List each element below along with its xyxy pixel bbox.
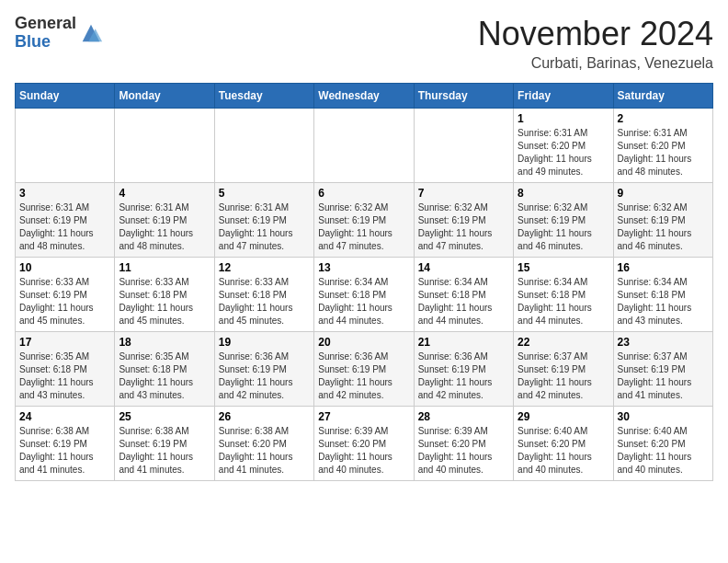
- day-info: Sunrise: 6:39 AM Sunset: 6:20 PM Dayligh…: [418, 425, 509, 477]
- day-info: Sunrise: 6:34 AM Sunset: 6:18 PM Dayligh…: [318, 276, 409, 327]
- day-info: Sunrise: 6:40 AM Sunset: 6:20 PM Dayligh…: [518, 425, 609, 477]
- day-info: Sunrise: 6:33 AM Sunset: 6:18 PM Dayligh…: [119, 276, 210, 327]
- weekday-header-row: SundayMondayTuesdayWednesdayThursdayFrid…: [16, 84, 713, 109]
- day-info: Sunrise: 6:31 AM Sunset: 6:20 PM Dayligh…: [618, 127, 709, 178]
- day-number: 8: [518, 187, 609, 200]
- calendar-cell: 3Sunrise: 6:31 AM Sunset: 6:19 PM Daylig…: [16, 183, 115, 258]
- day-number: 30: [618, 410, 709, 423]
- calendar-cell: 14Sunrise: 6:34 AM Sunset: 6:18 PM Dayli…: [414, 258, 513, 332]
- calendar-cell: 16Sunrise: 6:34 AM Sunset: 6:18 PM Dayli…: [613, 258, 712, 332]
- day-number: 5: [219, 187, 310, 200]
- day-info: Sunrise: 6:32 AM Sunset: 6:19 PM Dayligh…: [618, 201, 709, 253]
- day-number: 15: [518, 261, 609, 274]
- weekday-header-cell: Friday: [514, 84, 613, 109]
- calendar-cell: 11Sunrise: 6:33 AM Sunset: 6:18 PM Dayli…: [115, 258, 214, 332]
- day-info: Sunrise: 6:40 AM Sunset: 6:20 PM Dayligh…: [618, 425, 709, 477]
- calendar-cell: 29Sunrise: 6:40 AM Sunset: 6:20 PM Dayli…: [514, 407, 613, 481]
- day-info: Sunrise: 6:32 AM Sunset: 6:19 PM Dayligh…: [418, 201, 509, 253]
- calendar-cell: [314, 109, 414, 183]
- day-number: 24: [19, 410, 110, 423]
- calendar-cell: 17Sunrise: 6:35 AM Sunset: 6:18 PM Dayli…: [16, 332, 115, 407]
- day-number: 7: [418, 187, 509, 200]
- day-number: 2: [618, 112, 709, 125]
- day-number: 17: [19, 336, 110, 349]
- calendar-cell: 27Sunrise: 6:39 AM Sunset: 6:20 PM Dayli…: [314, 407, 414, 481]
- calendar-cell: 8Sunrise: 6:32 AM Sunset: 6:19 PM Daylig…: [514, 183, 613, 258]
- day-info: Sunrise: 6:39 AM Sunset: 6:20 PM Dayligh…: [318, 425, 409, 477]
- calendar-week-row: 17Sunrise: 6:35 AM Sunset: 6:18 PM Dayli…: [16, 332, 713, 407]
- calendar-week-row: 24Sunrise: 6:38 AM Sunset: 6:19 PM Dayli…: [16, 407, 713, 481]
- day-info: Sunrise: 6:35 AM Sunset: 6:18 PM Dayligh…: [19, 350, 110, 402]
- calendar-week-row: 1Sunrise: 6:31 AM Sunset: 6:20 PM Daylig…: [16, 109, 713, 183]
- day-info: Sunrise: 6:33 AM Sunset: 6:19 PM Dayligh…: [19, 276, 110, 327]
- calendar-cell: 12Sunrise: 6:33 AM Sunset: 6:18 PM Dayli…: [214, 258, 313, 332]
- weekday-header-cell: Monday: [115, 84, 214, 109]
- day-number: 9: [618, 187, 709, 200]
- weekday-header-cell: Wednesday: [314, 84, 414, 109]
- day-number: 12: [219, 261, 310, 274]
- day-info: Sunrise: 6:31 AM Sunset: 6:19 PM Dayligh…: [119, 201, 210, 253]
- calendar-cell: 28Sunrise: 6:39 AM Sunset: 6:20 PM Dayli…: [414, 407, 513, 481]
- weekday-header-cell: Saturday: [613, 84, 712, 109]
- calendar-cell: 26Sunrise: 6:38 AM Sunset: 6:20 PM Dayli…: [214, 407, 313, 481]
- calendar-cell: 10Sunrise: 6:33 AM Sunset: 6:19 PM Dayli…: [16, 258, 115, 332]
- logo-blue-text: Blue: [15, 32, 51, 51]
- calendar-table: SundayMondayTuesdayWednesdayThursdayFrid…: [15, 83, 713, 481]
- calendar-cell: 30Sunrise: 6:40 AM Sunset: 6:20 PM Dayli…: [613, 407, 712, 481]
- day-info: Sunrise: 6:38 AM Sunset: 6:19 PM Dayligh…: [119, 425, 210, 477]
- calendar-cell: 6Sunrise: 6:32 AM Sunset: 6:19 PM Daylig…: [314, 183, 414, 258]
- calendar-cell: 4Sunrise: 6:31 AM Sunset: 6:19 PM Daylig…: [115, 183, 214, 258]
- calendar-cell: [414, 109, 513, 183]
- day-info: Sunrise: 6:34 AM Sunset: 6:18 PM Dayligh…: [618, 276, 709, 327]
- day-number: 16: [618, 261, 709, 274]
- day-number: 6: [318, 187, 409, 200]
- logo-general-text: General: [15, 14, 76, 32]
- calendar-cell: 5Sunrise: 6:31 AM Sunset: 6:19 PM Daylig…: [214, 183, 313, 258]
- header: General Blue November 2024 Curbati, Bari…: [15, 15, 713, 72]
- calendar-cell: 15Sunrise: 6:34 AM Sunset: 6:18 PM Dayli…: [514, 258, 613, 332]
- day-info: Sunrise: 6:34 AM Sunset: 6:18 PM Dayligh…: [418, 276, 509, 327]
- day-number: 18: [119, 336, 210, 349]
- day-number: 25: [119, 410, 210, 423]
- calendar-cell: 24Sunrise: 6:38 AM Sunset: 6:19 PM Dayli…: [16, 407, 115, 481]
- calendar-cell: 1Sunrise: 6:31 AM Sunset: 6:20 PM Daylig…: [514, 109, 613, 183]
- calendar-cell: 18Sunrise: 6:35 AM Sunset: 6:18 PM Dayli…: [115, 332, 214, 407]
- logo-icon: [78, 20, 104, 46]
- calendar-cell: [115, 109, 214, 183]
- day-info: Sunrise: 6:36 AM Sunset: 6:19 PM Dayligh…: [418, 350, 509, 402]
- day-number: 10: [19, 261, 110, 274]
- day-info: Sunrise: 6:31 AM Sunset: 6:19 PM Dayligh…: [219, 201, 310, 253]
- day-number: 21: [418, 336, 509, 349]
- weekday-header-cell: Tuesday: [214, 84, 313, 109]
- calendar-cell: 22Sunrise: 6:37 AM Sunset: 6:19 PM Dayli…: [514, 332, 613, 407]
- day-info: Sunrise: 6:32 AM Sunset: 6:19 PM Dayligh…: [318, 201, 409, 253]
- calendar-cell: [16, 109, 115, 183]
- calendar-cell: 13Sunrise: 6:34 AM Sunset: 6:18 PM Dayli…: [314, 258, 414, 332]
- day-number: 23: [618, 336, 709, 349]
- month-title: November 2024: [478, 15, 713, 53]
- calendar-cell: 25Sunrise: 6:38 AM Sunset: 6:19 PM Dayli…: [115, 407, 214, 481]
- day-number: 28: [418, 410, 509, 423]
- day-number: 29: [518, 410, 609, 423]
- day-number: 3: [19, 187, 110, 200]
- calendar-cell: [214, 109, 313, 183]
- day-info: Sunrise: 6:31 AM Sunset: 6:20 PM Dayligh…: [518, 127, 609, 178]
- day-info: Sunrise: 6:38 AM Sunset: 6:19 PM Dayligh…: [19, 425, 110, 477]
- day-info: Sunrise: 6:33 AM Sunset: 6:18 PM Dayligh…: [219, 276, 310, 327]
- day-number: 19: [219, 336, 310, 349]
- day-number: 27: [318, 410, 409, 423]
- logo: General Blue: [15, 15, 104, 52]
- calendar-cell: 23Sunrise: 6:37 AM Sunset: 6:19 PM Dayli…: [613, 332, 712, 407]
- day-number: 20: [318, 336, 409, 349]
- calendar-cell: 21Sunrise: 6:36 AM Sunset: 6:19 PM Dayli…: [414, 332, 513, 407]
- calendar-body: 1Sunrise: 6:31 AM Sunset: 6:20 PM Daylig…: [16, 109, 713, 481]
- day-info: Sunrise: 6:37 AM Sunset: 6:19 PM Dayligh…: [618, 350, 709, 402]
- weekday-header-cell: Sunday: [16, 84, 115, 109]
- day-info: Sunrise: 6:36 AM Sunset: 6:19 PM Dayligh…: [219, 350, 310, 402]
- day-info: Sunrise: 6:38 AM Sunset: 6:20 PM Dayligh…: [219, 425, 310, 477]
- calendar-cell: 7Sunrise: 6:32 AM Sunset: 6:19 PM Daylig…: [414, 183, 513, 258]
- day-info: Sunrise: 6:37 AM Sunset: 6:19 PM Dayligh…: [518, 350, 609, 402]
- location-title: Curbati, Barinas, Venezuela: [478, 55, 713, 72]
- day-info: Sunrise: 6:32 AM Sunset: 6:19 PM Dayligh…: [518, 201, 609, 253]
- day-number: 14: [418, 261, 509, 274]
